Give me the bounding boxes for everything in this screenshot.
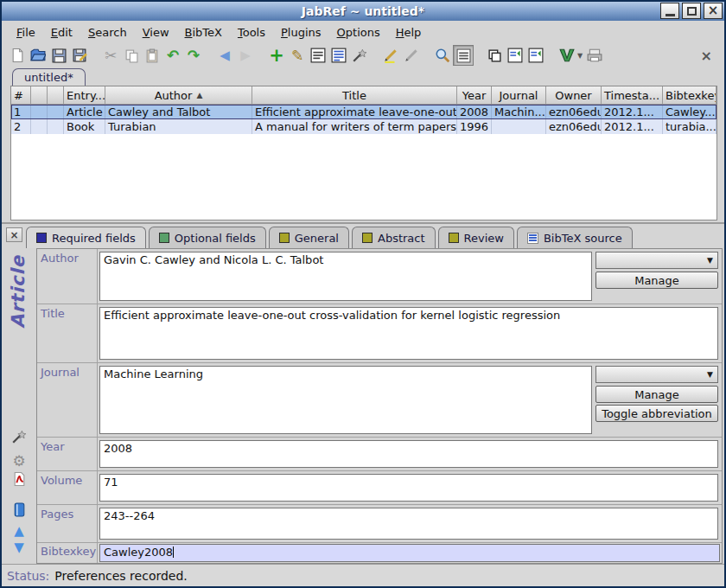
cell-icon1[interactable]: [31, 119, 48, 134]
database-tab-untitled[interactable]: untitled*: [12, 68, 86, 86]
new-entry-icon[interactable]: +: [266, 45, 287, 66]
openoffice-dropdown-icon[interactable]: ▼: [577, 52, 583, 60]
column-header-bibtexkey[interactable]: Bibtexkey: [663, 86, 716, 105]
cell-title[interactable]: Efficient approximate leave-one-out...: [252, 105, 457, 119]
column-header-entrytype[interactable]: Entry...: [64, 86, 105, 105]
pdf-icon[interactable]: [10, 470, 28, 488]
cell-title[interactable]: A manual for writers of term papers...: [252, 119, 457, 134]
journal-field[interactable]: Machine Learning: [99, 366, 592, 434]
open-url-icon[interactable]: [10, 501, 28, 518]
column-header-timestamp[interactable]: Timesta...: [602, 86, 663, 105]
previous-entry-icon[interactable]: ▲: [10, 522, 28, 540]
minimize-button[interactable]: [660, 3, 679, 19]
search-icon[interactable]: [432, 45, 453, 66]
cell-bibtexkey[interactable]: Cawley...: [663, 105, 716, 119]
tab-optional-fields[interactable]: Optional fields: [149, 227, 266, 248]
save-database-icon[interactable]: [48, 45, 69, 66]
duplicate-entry-icon[interactable]: [484, 45, 505, 66]
cell-icon2[interactable]: [48, 105, 64, 119]
cell-author[interactable]: Turabian: [105, 119, 252, 134]
cell-icon2[interactable]: [48, 119, 64, 134]
cell-year[interactable]: 1996: [457, 119, 492, 134]
menu-search[interactable]: Search: [80, 22, 135, 42]
save-database-as-icon[interactable]: [69, 45, 90, 66]
push-to-application-icon[interactable]: [584, 45, 605, 66]
close-button[interactable]: ×: [704, 3, 723, 19]
cell-number[interactable]: 2: [11, 119, 31, 134]
cell-icon1[interactable]: [31, 105, 48, 119]
back-icon[interactable]: ◀: [214, 45, 235, 66]
open-database-icon[interactable]: [28, 45, 48, 66]
column-header-title[interactable]: Title: [252, 86, 457, 105]
journal-autocomplete-dropdown[interactable]: ▼: [595, 366, 718, 383]
table-row[interactable]: 2 Book Turabian A manual for writers of …: [11, 119, 716, 134]
menu-bibtex[interactable]: BibTeX: [177, 22, 230, 42]
bibtexkey-field[interactable]: Cawley2008: [99, 544, 720, 562]
menu-file[interactable]: File: [9, 22, 43, 42]
cell-entrytype[interactable]: Article: [64, 105, 105, 119]
title-bar[interactable]: JabRef ~ untitled* ×: [2, 2, 724, 21]
tab-bibtex-source[interactable]: BibTeX source: [517, 227, 633, 248]
cell-timestamp[interactable]: 2012.1...: [602, 105, 663, 119]
edit-bibtex-source-icon[interactable]: [328, 45, 349, 66]
forward-icon[interactable]: ▶: [235, 45, 256, 66]
edit-entry-icon[interactable]: ✎: [287, 45, 308, 66]
copy-icon[interactable]: [121, 45, 142, 66]
mark-entries-icon[interactable]: [380, 45, 401, 66]
menu-edit[interactable]: Edit: [43, 22, 80, 42]
author-field[interactable]: Gavin C. Cawley and Nicola L. C. Talbot: [99, 252, 592, 301]
column-header-icon2[interactable]: [48, 86, 64, 105]
title-field[interactable]: Efficient approximate leave-one-out cros…: [99, 307, 718, 360]
fetch-medline-icon[interactable]: [505, 45, 525, 66]
cell-year[interactable]: 2008: [457, 105, 492, 119]
toggle-abbreviation-button[interactable]: Toggle abbreviation: [595, 405, 718, 422]
cell-journal[interactable]: Machin...: [492, 105, 546, 119]
tab-general[interactable]: General: [269, 227, 349, 248]
tab-review[interactable]: Review: [438, 227, 514, 248]
generate-key-wand-icon[interactable]: [10, 428, 28, 445]
column-header-icon1[interactable]: [31, 86, 48, 105]
cell-author[interactable]: Cawley and Talbot: [105, 105, 252, 119]
tab-required-fields[interactable]: Required fields: [26, 227, 146, 248]
menu-options[interactable]: Options: [329, 22, 388, 42]
pages-field[interactable]: 243--264: [99, 508, 718, 540]
unmark-entries-icon[interactable]: [401, 45, 422, 66]
fetch-citeseer-icon[interactable]: [525, 45, 546, 66]
menu-tools[interactable]: Tools: [230, 22, 273, 42]
cell-timestamp[interactable]: 2012.1...: [602, 119, 663, 134]
undo-icon[interactable]: ↶: [162, 45, 183, 66]
next-entry-icon[interactable]: ▼: [10, 539, 28, 556]
openoffice-connect-icon[interactable]: [557, 45, 577, 66]
journal-manage-button[interactable]: Manage: [595, 386, 718, 403]
column-header-author[interactable]: Author▲: [105, 86, 252, 105]
author-manage-button[interactable]: Manage: [595, 272, 718, 289]
column-header-owner[interactable]: Owner: [546, 86, 602, 105]
column-header-number[interactable]: #: [11, 86, 31, 105]
menu-view[interactable]: View: [135, 22, 177, 42]
menu-plugins[interactable]: Plugins: [273, 22, 329, 42]
maximize-button[interactable]: [682, 3, 701, 19]
entry-editor-close-button[interactable]: ×: [6, 227, 22, 242]
cell-bibtexkey[interactable]: turabia...: [663, 119, 716, 134]
tab-abstract[interactable]: Abstract: [352, 227, 436, 248]
year-field[interactable]: 2008: [99, 440, 718, 468]
close-pane-icon[interactable]: ×: [701, 48, 712, 64]
redo-icon[interactable]: ↷: [183, 45, 204, 66]
cell-owner[interactable]: ezn06edu: [546, 119, 602, 134]
column-header-journal[interactable]: Journal: [492, 86, 546, 105]
author-autocomplete-dropdown[interactable]: ▼: [595, 252, 718, 269]
cell-journal[interactable]: [492, 119, 546, 134]
cleanup-entries-icon[interactable]: [349, 45, 370, 66]
cell-entrytype[interactable]: Book: [64, 119, 105, 134]
paste-icon[interactable]: [142, 45, 162, 66]
toggle-preview-icon[interactable]: [453, 45, 474, 66]
volume-field[interactable]: 71: [99, 474, 718, 502]
column-header-year[interactable]: Year: [457, 86, 492, 105]
table-row-selected[interactable]: 1 Article Cawley and Talbot Efficient ap…: [11, 105, 716, 119]
cut-icon[interactable]: ✂: [100, 45, 121, 66]
preview-entry-icon[interactable]: [308, 45, 328, 66]
cell-owner[interactable]: ezn06edu: [546, 105, 602, 119]
menu-help[interactable]: Help: [388, 22, 430, 42]
new-database-icon[interactable]: [7, 45, 28, 66]
cell-number[interactable]: 1: [11, 105, 31, 119]
